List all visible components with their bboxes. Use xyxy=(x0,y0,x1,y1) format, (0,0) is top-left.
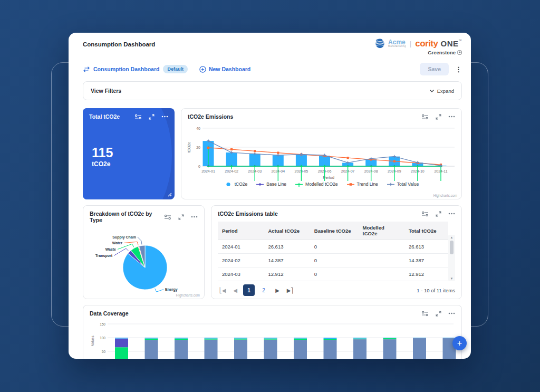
widget-menu-icon[interactable] xyxy=(161,116,168,118)
widget-settings-icon[interactable] xyxy=(421,211,429,217)
expand-widget-icon[interactable] xyxy=(178,214,184,220)
scroll-down-icon[interactable]: ▼ xyxy=(450,276,454,281)
legend-item[interactable]: tCO2e xyxy=(224,181,248,187)
legend-item[interactable]: Modelled tCO2e xyxy=(295,181,338,187)
widget-menu-icon[interactable] xyxy=(191,216,198,218)
greenstone-text: Greenstone xyxy=(428,50,456,55)
svg-text:50: 50 xyxy=(102,350,106,353)
expand-widget-icon[interactable] xyxy=(436,114,441,120)
greenstone-icon xyxy=(457,50,462,55)
total-tco2e-card: Total tCO2e xyxy=(83,108,175,199)
kpi-title: Total tCO2e xyxy=(89,113,120,120)
table-row: 2024-0312.912012.912 xyxy=(218,267,448,281)
expand-widget-icon[interactable] xyxy=(436,211,441,217)
highcharts-credit[interactable]: Highcharts.com xyxy=(433,194,457,197)
next-page-button[interactable]: ▶ xyxy=(273,288,282,293)
trademark-symbol: ™ xyxy=(459,39,462,42)
add-widget-fab[interactable]: + xyxy=(452,336,467,350)
table-row: 2024-0214.387014.387 xyxy=(218,254,448,267)
page-title: Consumption Dashboard xyxy=(83,41,155,47)
svg-text:150: 150 xyxy=(100,322,105,326)
brand-divider: | xyxy=(410,40,411,47)
widget-menu-icon[interactable] xyxy=(448,116,455,118)
expand-widget-icon[interactable] xyxy=(436,311,441,317)
acme-logo-subtext: Manufacturing xyxy=(388,45,406,48)
brand-area: Acme Manufacturing | cority ONE™ Greenst… xyxy=(374,38,462,55)
column-header: Period xyxy=(218,222,264,240)
cority-logo-text: cority xyxy=(415,39,438,49)
legend-item[interactable]: Total Value xyxy=(387,181,419,187)
legend-item[interactable]: Trend Line xyxy=(346,181,378,187)
emissions-table: PeriodActual tCO2eBaseline tCO2eModelled… xyxy=(218,222,448,281)
table-pagination: ⎣◀ ◀ 1 2 ▶ ▶⎤ 1 - 10 of 11 items xyxy=(218,284,455,296)
prev-page-button[interactable]: ◀ xyxy=(230,288,240,293)
svg-text:2024-01: 2024-01 xyxy=(201,169,215,173)
view-filters-title: View Filters xyxy=(91,88,121,94)
svg-text:Energy: Energy xyxy=(165,288,178,292)
svg-text:40: 40 xyxy=(196,127,200,130)
dashboard-window: Consumption Dashboard Acme Manufacturing… xyxy=(69,33,471,359)
resize-handle-icon[interactable] xyxy=(168,193,172,197)
pie-chart-panel: Breakdown of tCO2e by Type EnergyTranspo… xyxy=(83,205,205,299)
legend-item[interactable]: Base Line xyxy=(256,181,286,187)
first-page-button[interactable]: ⎣◀ xyxy=(218,288,227,293)
save-button[interactable]: Save xyxy=(420,63,449,75)
chevron-down-icon xyxy=(429,89,435,93)
plus-circle-icon xyxy=(199,66,206,73)
highcharts-credit[interactable]: Highcharts.com xyxy=(176,293,200,297)
last-page-button[interactable]: ▶⎤ xyxy=(285,288,295,293)
svg-text:2024-02: 2024-02 xyxy=(225,169,238,173)
dashboard-toolbar: Consumption Dashboard Default New Dashbo… xyxy=(83,63,462,75)
svg-text:Supply Chain: Supply Chain xyxy=(112,235,136,240)
column-header: Modelled tCO2e xyxy=(359,222,404,240)
scroll-up-icon[interactable]: ▲ xyxy=(450,235,454,240)
acme-globe-logo xyxy=(374,38,385,49)
emissions-table-panel: tCO2e Emissions table PeriodActual tCO2e… xyxy=(211,205,462,299)
view-filters-bar[interactable]: View Filters Expand xyxy=(83,81,462,100)
dashboard-link[interactable]: Consumption Dashboard xyxy=(93,66,159,72)
widget-menu-icon[interactable] xyxy=(448,213,455,215)
table-scrollbar[interactable]: ▲ ▼ xyxy=(448,235,455,281)
coverage-panel-title: Data Coverage xyxy=(90,310,129,317)
kpi-value: 115 xyxy=(92,146,175,159)
widget-settings-icon[interactable] xyxy=(164,214,171,220)
table-panel-title: tCO2e Emissions table xyxy=(218,211,278,217)
data-coverage-panel: Data Coverage 15010050Values xyxy=(83,305,462,359)
svg-text:Transport: Transport xyxy=(95,254,113,258)
coverage-chart: 15010050Values xyxy=(90,319,456,359)
cority-one-text: ONE™ xyxy=(440,39,462,48)
widget-menu-icon[interactable] xyxy=(448,312,455,314)
chart-legend: tCO2eBase LineModelled tCO2eTrend LineTo… xyxy=(181,181,461,187)
new-dashboard-button[interactable]: New Dashboard xyxy=(199,66,250,73)
svg-text:20: 20 xyxy=(196,146,200,149)
default-badge: Default xyxy=(163,65,188,73)
pie-panel-title: Breakdown of tCO2e by Type xyxy=(90,211,164,223)
column-header: Actual tCO2e xyxy=(264,222,310,240)
widget-settings-icon[interactable] xyxy=(134,114,142,120)
kpi-unit: tCO2e xyxy=(92,160,175,168)
svg-text:Water: Water xyxy=(112,241,122,245)
widget-settings-icon[interactable] xyxy=(421,311,429,317)
svg-text:tCO2e: tCO2e xyxy=(187,142,191,152)
table-row: 2024-0126.613026.613 xyxy=(218,240,448,254)
svg-text:100: 100 xyxy=(100,336,105,340)
switch-dashboard-icon[interactable] xyxy=(83,66,90,72)
scrollbar-thumb[interactable] xyxy=(450,241,454,254)
widget-settings-icon[interactable] xyxy=(421,114,429,120)
pie-chart: EnergyTransportWasteWaterSupply Chain xyxy=(87,225,200,300)
column-header: Total tCO2e xyxy=(404,222,448,240)
expand-widget-icon[interactable] xyxy=(149,114,155,120)
page-1-button[interactable]: 1 xyxy=(243,284,255,296)
column-header: Baseline tCO2e xyxy=(310,222,359,240)
page-2-button[interactable]: 2 xyxy=(258,284,269,296)
svg-text:Values: Values xyxy=(91,336,94,346)
expand-label: Expand xyxy=(437,88,454,94)
pagination-summary: 1 - 10 of 11 items xyxy=(417,288,455,293)
emissions-chart: 02040tCO2e2024-012024-022024-032024-0420… xyxy=(186,122,458,181)
svg-text:Waste: Waste xyxy=(105,247,116,251)
new-dashboard-label: New Dashboard xyxy=(209,66,250,72)
svg-text:0: 0 xyxy=(198,165,200,168)
expand-filters-button[interactable]: Expand xyxy=(429,88,454,94)
more-options-icon[interactable]: ⋮ xyxy=(455,65,462,73)
emissions-chart-panel: tCO2e Emissions 02040tCO2e2024-012024-02… xyxy=(181,108,462,199)
